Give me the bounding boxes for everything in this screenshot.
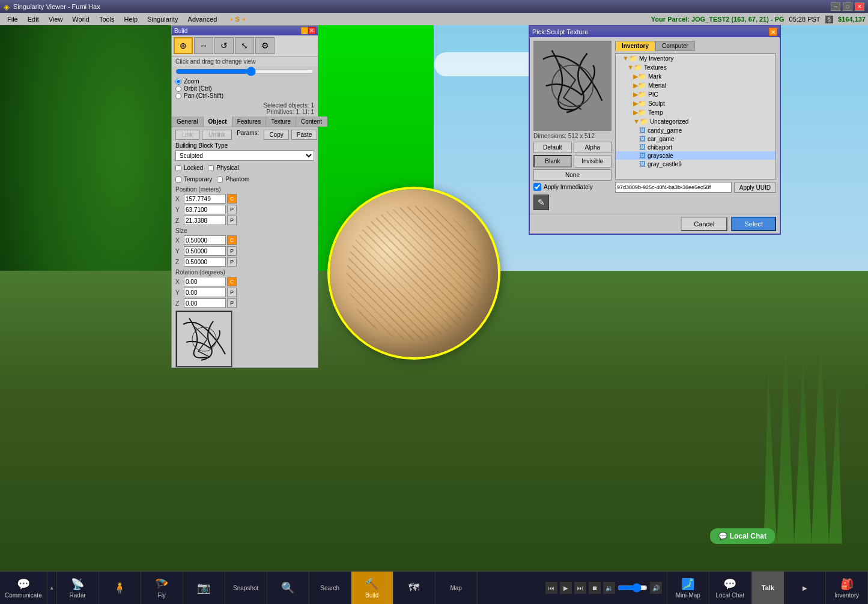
build-panel-minimize[interactable]: _: [301, 27, 308, 34]
inv-folder-pic[interactable]: ▶📁 PIC: [616, 90, 775, 99]
tab-object[interactable]: Object: [204, 116, 232, 127]
local-chat-button[interactable]: 💬 Local Chat: [709, 572, 751, 604]
radio-pan-label[interactable]: Pan (Ctrl-Shift): [175, 92, 314, 99]
pos-z-btn[interactable]: P: [227, 216, 237, 225]
media-stop[interactable]: ⏹: [589, 582, 601, 594]
build-button[interactable]: 🔨 Build: [351, 572, 393, 604]
inv-tab-inventory[interactable]: Inventory: [615, 41, 655, 51]
apply-uuid-button[interactable]: Apply UUID: [734, 183, 776, 193]
inv-texture-car-game[interactable]: 🖼 car_game: [616, 134, 775, 143]
tool-move[interactable]: ↔: [194, 37, 213, 54]
blank-button[interactable]: Blank: [533, 155, 572, 168]
media-vol-up[interactable]: 🔊: [650, 582, 662, 594]
build-panel-close[interactable]: ✕: [308, 27, 315, 34]
inv-folder-mark[interactable]: ▶📁 Mark: [616, 72, 775, 81]
paste-params-button[interactable]: Paste: [291, 130, 318, 140]
building-block-type-select[interactable]: Sculpted: [175, 150, 314, 161]
inv-root-my-inventory[interactable]: ▼📁 My Inventory: [616, 54, 775, 63]
menu-world[interactable]: World: [67, 14, 94, 24]
pos-x-btn[interactable]: C: [227, 194, 237, 204]
inv-texture-chibaport[interactable]: 🖼 chibaport: [616, 143, 775, 151]
taskbar-expand-arrow[interactable]: ▶: [784, 572, 826, 604]
size-y-input[interactable]: [184, 246, 226, 256]
talk-button[interactable]: Talk: [751, 572, 784, 604]
invisible-button[interactable]: Invisible: [574, 155, 612, 168]
communicate-expand-arrow[interactable]: ▲: [47, 572, 57, 604]
inv-folder-textures[interactable]: ▼📁 Textures: [616, 63, 775, 72]
snapshot-button[interactable]: Snapshot: [225, 572, 267, 604]
communicate-button[interactable]: 💬 Communicate: [0, 572, 47, 604]
default-button[interactable]: Default: [533, 142, 572, 153]
snapshot-icon-area[interactable]: 📷: [183, 572, 225, 604]
menu-tools[interactable]: Tools: [94, 14, 120, 24]
none-button[interactable]: None: [533, 169, 612, 181]
inv-texture-grayscale[interactable]: 🖼 grayscale: [616, 151, 775, 160]
rot-x-btn[interactable]: C: [227, 277, 237, 286]
radio-zoom[interactable]: [175, 79, 181, 85]
map-icon-area[interactable]: 🗺: [393, 572, 436, 604]
volume-slider[interactable]: [618, 583, 648, 593]
menu-view[interactable]: View: [44, 14, 68, 24]
rot-z-btn[interactable]: P: [227, 298, 237, 308]
tab-content[interactable]: Content: [296, 116, 327, 127]
radio-orbit-label[interactable]: Orbit (Ctrl): [175, 85, 314, 92]
locked-checkbox[interactable]: [175, 165, 181, 171]
temporary-checkbox[interactable]: [175, 177, 181, 183]
menu-file[interactable]: File: [2, 14, 23, 24]
rot-x-input[interactable]: [184, 277, 226, 286]
select-button[interactable]: Select: [731, 217, 776, 231]
rot-y-input[interactable]: [184, 288, 226, 297]
search-icon-area[interactable]: 🔍: [267, 572, 309, 604]
menu-advanced[interactable]: Advanced: [183, 14, 222, 24]
sculpt-texture-preview[interactable]: [175, 310, 232, 367]
inv-texture-candy-game[interactable]: 🖼 candy_game: [616, 126, 775, 134]
uuid-input[interactable]: [615, 182, 732, 193]
radio-pan[interactable]: [175, 93, 181, 99]
local-chat-bubble[interactable]: 💬 Local Chat: [710, 528, 775, 544]
inventory-tree[interactable]: ▼📁 My Inventory ▼📁 Textures ▶📁 Mark ▶📁: [615, 53, 776, 180]
avatar-button[interactable]: 🧍: [99, 572, 141, 604]
media-prev[interactable]: ⏮: [545, 582, 557, 594]
size-x-input[interactable]: [184, 235, 226, 245]
inv-folder-mterial[interactable]: ▶📁 Mterial: [616, 81, 775, 90]
copy-params-button[interactable]: Copy: [264, 130, 288, 140]
unlink-button[interactable]: Unlink: [202, 130, 232, 140]
fly-button[interactable]: 🪂 Fly: [141, 572, 183, 604]
tab-texture[interactable]: Texture: [266, 116, 296, 127]
close-button[interactable]: ✕: [855, 2, 864, 11]
minimize-button[interactable]: ─: [831, 2, 840, 11]
size-z-input[interactable]: [184, 257, 226, 267]
link-button[interactable]: Link: [175, 130, 199, 140]
pos-z-input[interactable]: [184, 216, 226, 225]
inv-folder-sculpt[interactable]: ▶📁 Sculpt: [616, 99, 775, 108]
rot-z-input[interactable]: [184, 298, 226, 308]
menu-help[interactable]: Help: [120, 14, 143, 24]
tool-create[interactable]: ⚙: [255, 37, 275, 54]
minimap-button[interactable]: 🗾 Mini-Map: [667, 572, 709, 604]
tool-scale[interactable]: ⤡: [235, 37, 254, 54]
tool-focus[interactable]: ⊕: [174, 37, 193, 54]
size-x-btn[interactable]: C: [227, 235, 237, 245]
tab-general[interactable]: General: [172, 116, 204, 127]
phantom-checkbox[interactable]: [217, 177, 223, 183]
search-button[interactable]: Search: [309, 572, 351, 604]
pos-x-input[interactable]: [184, 194, 226, 204]
rot-y-btn[interactable]: P: [227, 288, 237, 297]
media-next[interactable]: ⏭: [574, 582, 586, 594]
pos-y-btn[interactable]: P: [227, 205, 237, 214]
size-z-btn[interactable]: P: [227, 257, 237, 267]
maximize-button[interactable]: □: [843, 2, 852, 11]
menu-singularity[interactable]: Singularity: [142, 14, 183, 24]
size-y-btn[interactable]: P: [227, 246, 237, 256]
cancel-button[interactable]: Cancel: [681, 217, 727, 231]
inv-folder-uncategorized[interactable]: ▼📁 Uncategorized: [616, 117, 775, 126]
inventory-button[interactable]: 🎒 Inventory: [826, 572, 868, 604]
tab-features[interactable]: Features: [232, 116, 266, 127]
radio-zoom-label[interactable]: Zoom: [175, 78, 314, 85]
inv-folder-temp[interactable]: ▶📁 Temp: [616, 108, 775, 117]
physical-checkbox[interactable]: [208, 165, 214, 171]
radio-orbit[interactable]: [175, 86, 181, 92]
pencil-button[interactable]: ✎: [533, 195, 549, 210]
zoom-slider[interactable]: [175, 68, 314, 75]
inv-tab-computer[interactable]: Computer: [655, 41, 695, 51]
